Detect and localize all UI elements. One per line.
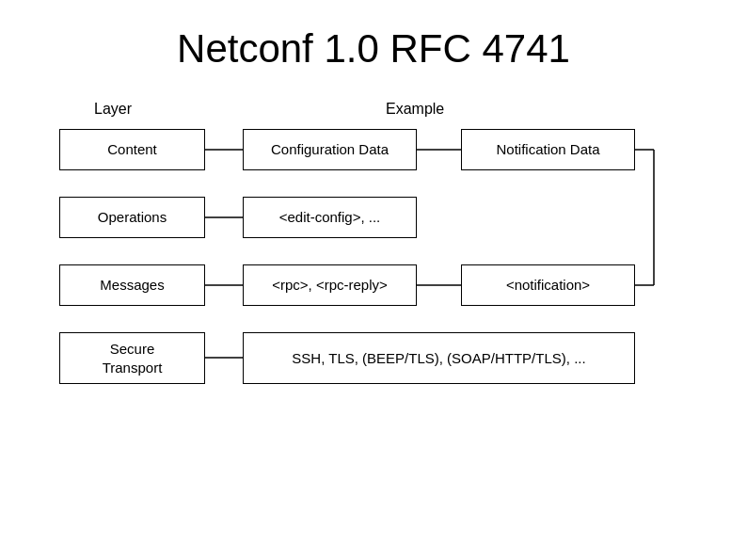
notification-box: <notification> [461, 264, 635, 306]
rpc-box: <rpc>, <rpc-reply> [243, 264, 417, 306]
content-layer-box: Content [59, 129, 205, 170]
notification-data-box: Notification Data [461, 129, 635, 170]
layer-header: Layer [94, 101, 132, 118]
messages-layer-box: Messages [59, 264, 205, 306]
transport-layer-box: Secure Transport [59, 332, 205, 384]
edit-config-box: <edit-config>, ... [243, 197, 417, 238]
diagram-area: Layer Example Content Configuration Data… [0, 93, 747, 550]
config-data-box: Configuration Data [243, 129, 417, 170]
transport-example-box: SSH, TLS, (BEEP/TLS), (SOAP/HTTP/TLS), .… [243, 332, 635, 384]
example-header: Example [386, 101, 444, 118]
page-title: Netconf 1.0 RFC 4741 [0, 0, 747, 88]
operations-layer-box: Operations [59, 197, 205, 238]
